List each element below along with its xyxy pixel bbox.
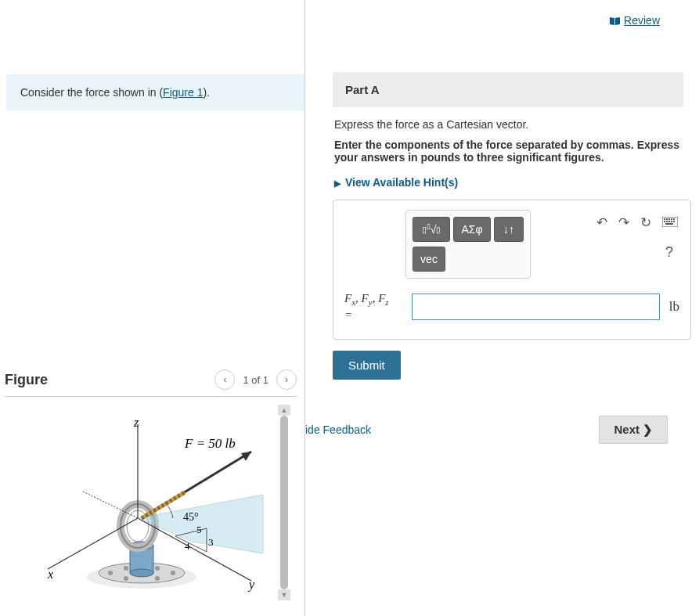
figure-nav: ‹ 1 of 1 › bbox=[214, 369, 297, 390]
review-link[interactable]: Review bbox=[609, 14, 660, 27]
review-bar: Review bbox=[333, 0, 683, 27]
svg-point-8 bbox=[155, 566, 160, 571]
variable-label: Fx, Fy, Fz= bbox=[344, 291, 404, 323]
undo-icon[interactable]: ↶ bbox=[596, 214, 607, 231]
footer-row: ide Feedback Next ❯ bbox=[333, 416, 683, 444]
svg-point-10 bbox=[130, 569, 153, 577]
arrows-button[interactable]: ↓↑ bbox=[494, 217, 524, 242]
svg-rect-30 bbox=[673, 218, 675, 220]
svg-rect-33 bbox=[668, 221, 670, 222]
figure-header: Figure ‹ 1 of 1 › bbox=[5, 363, 297, 397]
axis-y-label: y bbox=[247, 578, 255, 592]
prompt-prefix: Consider the force shown in ( bbox=[20, 86, 163, 99]
svg-rect-27 bbox=[666, 218, 668, 220]
keyboard-icon[interactable] bbox=[662, 215, 678, 231]
svg-rect-29 bbox=[671, 218, 672, 220]
svg-point-3 bbox=[124, 576, 128, 581]
instruction-bold: Enter the components of the force separa… bbox=[333, 135, 683, 173]
figure-next-button[interactable]: › bbox=[276, 369, 297, 390]
equation-toolbar: ▯▯√▯ ΑΣφ ↓↑ vec bbox=[405, 210, 531, 279]
svg-rect-36 bbox=[665, 223, 673, 225]
scroll-up-icon[interactable]: ▲ bbox=[278, 405, 290, 416]
figure-section: Figure ‹ 1 of 1 › bbox=[5, 363, 297, 616]
tri-5: 5 bbox=[196, 524, 202, 535]
book-icon bbox=[609, 16, 621, 26]
angle-label: 45° bbox=[183, 511, 199, 523]
submit-button[interactable]: Submit bbox=[333, 351, 401, 380]
axis-x-label: x bbox=[47, 567, 53, 581]
svg-rect-32 bbox=[666, 221, 668, 222]
reset-icon[interactable]: ↻ bbox=[640, 214, 651, 231]
figure-area: z x y F = 50 lb 45° 5 4 3 ▲ ▼ bbox=[5, 397, 297, 616]
svg-rect-35 bbox=[673, 221, 675, 222]
greek-button[interactable]: ΑΣφ bbox=[453, 217, 491, 242]
svg-point-7 bbox=[124, 566, 128, 571]
axis-z-label: z bbox=[133, 416, 139, 429]
svg-rect-26 bbox=[664, 218, 665, 220]
answer-input[interactable] bbox=[412, 294, 660, 320]
svg-point-5 bbox=[171, 571, 175, 575]
svg-rect-34 bbox=[671, 221, 672, 222]
tri-3: 3 bbox=[208, 536, 214, 548]
next-button[interactable]: Next ❯ bbox=[599, 416, 668, 444]
figure-prev-button[interactable]: ‹ bbox=[214, 369, 235, 390]
tri-4: 4 bbox=[185, 540, 190, 552]
provide-feedback-link[interactable]: ide Feedback bbox=[305, 423, 371, 436]
prompt-suffix: ). bbox=[203, 86, 210, 99]
figure-scrollbar[interactable]: ▲ ▼ bbox=[278, 405, 290, 600]
left-panel: Consider the force shown in (Figure 1). … bbox=[0, 0, 305, 616]
unit-label: lb bbox=[669, 299, 679, 315]
input-row: Fx, Fy, Fz= lb bbox=[344, 291, 679, 323]
svg-point-4 bbox=[155, 576, 160, 581]
part-a-header: Part A bbox=[333, 72, 683, 107]
view-hints-link[interactable]: View Available Hint(s) bbox=[333, 173, 683, 200]
svg-point-2 bbox=[108, 571, 113, 575]
redo-icon[interactable]: ↷ bbox=[618, 214, 629, 231]
svg-rect-28 bbox=[668, 218, 670, 220]
answer-box: ▯▯√▯ ΑΣφ ↓↑ vec ↶ ↷ ↻ ? Fx, Fy, Fz= lb bbox=[333, 200, 691, 340]
prompt-box: Consider the force shown in (Figure 1). bbox=[6, 74, 304, 110]
scroll-down-icon[interactable]: ▼ bbox=[278, 589, 290, 600]
chevron-right-icon: ❯ bbox=[643, 423, 653, 437]
templates-button[interactable]: ▯▯√▯ bbox=[413, 217, 450, 242]
help-icon[interactable]: ? bbox=[665, 244, 673, 261]
svg-rect-31 bbox=[664, 221, 665, 222]
figure-count: 1 of 1 bbox=[243, 374, 268, 386]
force-label: F = 50 lb bbox=[184, 436, 236, 451]
vec-button[interactable]: vec bbox=[413, 247, 445, 272]
scroll-track[interactable] bbox=[280, 416, 288, 589]
figure-diagram: z x y F = 50 lb 45° 5 4 3 bbox=[20, 405, 271, 600]
right-panel: Review Part A Express the force as a Car… bbox=[305, 0, 699, 616]
figure-link[interactable]: Figure 1 bbox=[163, 86, 203, 99]
instruction-text: Express the force as a Cartesian vector. bbox=[333, 107, 683, 135]
toolbar-right: ↶ ↷ ↻ bbox=[596, 214, 678, 231]
figure-title: Figure bbox=[5, 372, 48, 388]
